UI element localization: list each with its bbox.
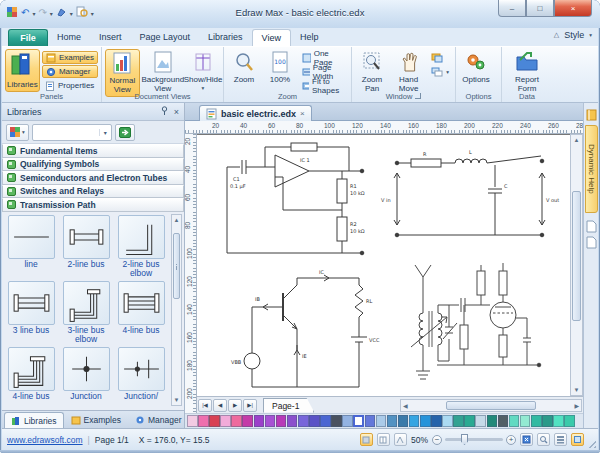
hscroll-left-icon[interactable]: ◀	[403, 402, 408, 409]
symbol-junction[interactable]: Junction	[59, 347, 113, 402]
color-swatch[interactable]	[220, 415, 231, 427]
maximize-button[interactable]: □	[526, 0, 554, 17]
zoom-out-icon[interactable]: −	[432, 435, 442, 445]
color-swatch[interactable]	[431, 415, 442, 427]
zoom-thumb[interactable]	[461, 434, 468, 445]
tab-page-layout[interactable]: Page Layout	[131, 29, 200, 46]
scroll-up-icon[interactable]: ▲	[172, 215, 181, 223]
color-swatch[interactable]	[398, 415, 409, 427]
zoom-100-button[interactable]: 100 100%	[263, 49, 297, 86]
library-section-switches-and-relays[interactable]: Switches and Relays	[2, 185, 184, 199]
close-button[interactable]: ×	[554, 0, 592, 17]
examples-button[interactable]: Examples	[42, 51, 98, 64]
zoom-in-icon[interactable]: +	[506, 435, 516, 445]
window-dialog-launcher-icon[interactable]	[415, 93, 421, 99]
color-swatch[interactable]	[464, 415, 475, 427]
zoom-pan-button[interactable]: Zoom Pan	[355, 49, 389, 95]
scroll-thumb[interactable]	[173, 233, 180, 299]
normal-view-toggle[interactable]	[360, 433, 373, 446]
combo-dropdown-icon[interactable]: ▾	[99, 129, 111, 136]
hscroll-right-icon[interactable]: ▶	[574, 402, 579, 409]
library-section-semiconductors-and-electron-tubes[interactable]: Semiconductors and Electron Tubes	[2, 171, 184, 185]
color-swatch[interactable]	[564, 415, 575, 427]
color-swatch[interactable]	[453, 415, 464, 427]
pages-list-button[interactable]	[554, 433, 567, 446]
tab-help[interactable]: Help	[291, 29, 328, 46]
color-swatch[interactable]	[209, 415, 220, 427]
color-swatch[interactable]	[365, 415, 376, 427]
symbol-junction2[interactable]: Junction/	[114, 347, 168, 402]
page-break-view-toggle[interactable]	[377, 433, 390, 446]
background-view-button[interactable]: Background View	[142, 49, 184, 95]
color-swatch[interactable]	[242, 415, 253, 427]
hand-move-button[interactable]: Hand Move	[391, 49, 426, 95]
edrawsoft-link[interactable]: www.edrawsoft.com	[7, 435, 83, 445]
first-page-button[interactable]: |◀	[198, 399, 212, 412]
color-swatch[interactable]	[287, 415, 298, 427]
library-section-qualifying-symbols[interactable]: Qualifying Symbols	[2, 158, 184, 172]
tab-file[interactable]: File	[8, 29, 48, 46]
color-swatch[interactable]	[265, 415, 276, 427]
fullscreen-view-toggle[interactable]	[394, 433, 407, 446]
library-menu-button[interactable]: ▾	[6, 124, 29, 141]
symbol-bus2elbow[interactable]: 2-line bus elbow	[114, 215, 168, 279]
minimize-button[interactable]: –	[498, 0, 526, 17]
symbol-bus3[interactable]: 3 line bus	[4, 281, 58, 345]
color-swatch[interactable]	[409, 415, 420, 427]
vscroll-up-icon[interactable]: ▲	[571, 135, 582, 143]
color-swatch[interactable]	[198, 415, 209, 427]
canvas-vscrollbar[interactable]: ▲ ▼	[570, 134, 583, 396]
hscroll-thumb[interactable]	[446, 401, 536, 410]
search-go-button[interactable]	[115, 124, 135, 141]
color-swatch[interactable]	[498, 415, 509, 427]
manager-button[interactable]: Manager	[42, 65, 98, 78]
color-swatch[interactable]	[320, 415, 331, 427]
color-swatch[interactable]	[331, 415, 342, 427]
tab-libraries[interactable]: Libraries	[199, 29, 252, 46]
new-window-button[interactable]	[428, 51, 452, 64]
color-swatch[interactable]	[254, 415, 265, 427]
color-swatch[interactable]	[342, 415, 353, 427]
report-form-button[interactable]: Report Form	[505, 49, 549, 95]
color-swatch[interactable]	[520, 415, 531, 427]
symbol-bus4elbow[interactable]: 4-line bus	[4, 347, 58, 402]
panel-tab-manager[interactable]: Manager	[128, 412, 189, 428]
document-tab[interactable]: basic electric.edx ×	[199, 105, 312, 121]
whole-page-button[interactable]	[571, 433, 584, 446]
style-dropdown-icon[interactable]: ▾	[589, 32, 592, 38]
color-swatch[interactable]	[387, 415, 398, 427]
symbol-bus4[interactable]: 4-line bus	[114, 281, 168, 345]
tab-view[interactable]: View	[252, 29, 291, 46]
pin-icon[interactable]	[160, 106, 169, 117]
normal-view-button[interactable]: Normal View	[105, 49, 140, 97]
color-swatch[interactable]	[542, 415, 553, 427]
vscroll-thumb[interactable]	[572, 191, 581, 321]
zoom-track[interactable]	[445, 438, 503, 441]
symbol-bus3elbow[interactable]: 3-line bus elbow	[59, 281, 113, 345]
style-button[interactable]: Style	[564, 30, 584, 40]
symbol-line[interactable]: line	[4, 215, 58, 279]
doc-panel-icon-2[interactable]	[586, 235, 597, 253]
color-swatch[interactable]	[531, 415, 542, 427]
options-button[interactable]: Options	[459, 49, 493, 86]
next-page-button[interactable]: ▶	[228, 399, 242, 412]
zoom-button[interactable]: Zoom	[227, 49, 261, 86]
color-swatch[interactable]	[276, 415, 287, 427]
arrange-dropdown-icon[interactable]: ▾	[446, 69, 449, 75]
tab-home[interactable]: Home	[48, 29, 90, 46]
search-combobox[interactable]: ▾	[32, 124, 112, 141]
color-swatch[interactable]	[309, 415, 320, 427]
panel-close-icon[interactable]: ×	[174, 107, 179, 117]
fit-to-shapes-button[interactable]: Fit to Shapes	[299, 79, 348, 92]
libraries-button[interactable]: Libraries	[5, 49, 40, 92]
canvas-hscrollbar[interactable]: ◀ ▶	[400, 399, 582, 412]
show-hide-button[interactable]: Show/Hide ▾	[186, 49, 220, 95]
library-section-transmission-path[interactable]: Transmission Path	[2, 198, 184, 212]
prev-page-button[interactable]: ◀	[213, 399, 227, 412]
panel-tab-examples[interactable]: Examples	[64, 412, 128, 428]
document-tab-close-icon[interactable]: ×	[300, 109, 305, 118]
color-swatch[interactable]	[475, 415, 486, 427]
drawing-canvas[interactable]: C1 0.1 µF IC 1 R1 10 kΩ R2 10 kΩ	[197, 134, 570, 396]
library-section-fundamental-items[interactable]: Fundamental Items	[2, 144, 184, 158]
color-swatch[interactable]	[187, 415, 198, 427]
